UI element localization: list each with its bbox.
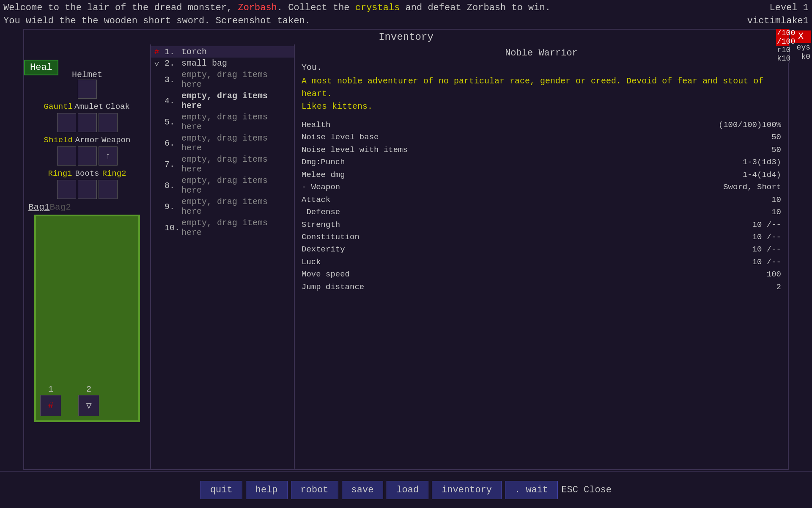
armor-slot[interactable] [78,146,97,166]
quit-button[interactable]: quit [200,481,242,499]
ring1-slot[interactable] [57,180,76,199]
item4-num: 4. [165,96,181,106]
bag1-label: 1 [48,384,53,394]
item3-name: empty, drag items here [181,70,291,89]
load-button[interactable]: load [387,481,428,499]
stat-health-val: (100/100)100% [719,119,781,131]
boots-slot[interactable] [78,180,97,199]
monster-name: Zorbash [238,3,277,13]
item2-name: small bag [181,58,227,68]
character-stats: Health (100/100)100% Noise level base 50… [302,119,781,293]
stat-health: Health (100/100)100% [302,119,781,131]
bag-area[interactable]: 1 # 2 ▽ [34,215,140,422]
equipment-panel: Heal Helmet Gauntl Amulet Cloak Shield A… [24,44,151,469]
gac-slots [28,113,146,132]
character-info-panel: Noble Warrior You. A most noble adventur… [295,44,788,469]
stat-health-name: Health [302,119,330,131]
k0-label: k0 [790,52,811,61]
cloak-slot[interactable] [99,113,118,132]
saw-slots: ↑ [28,146,146,166]
message-area: Welcome to the lair of the dread monster… [3,2,716,28]
ring2-label: Ring2 [102,169,127,178]
hp-bar-1: /100 [776,29,789,37]
stat-attack-name: Attack [302,194,330,206]
robot-button[interactable]: robot [291,481,338,499]
item-row-7[interactable]: 7. empty, drag items here [151,154,294,175]
shield-slot[interactable] [57,146,76,166]
bag2-tab[interactable]: Bag2 [49,202,71,212]
help-button[interactable]: help [246,481,288,499]
item-row-4[interactable]: 4. empty, drag items here [151,90,294,111]
character-you: You. [302,63,781,72]
save-button[interactable]: save [342,481,384,499]
esc-close-button[interactable]: ESC Close [561,485,612,495]
amulet-slot[interactable] [78,113,97,132]
gauntlet-slot[interactable] [57,113,76,132]
wait-button[interactable]: . wait [505,481,558,499]
ring1-label: Ring1 [47,169,73,178]
gac-labels: Gauntl Amulet Cloak [28,102,146,111]
stat-jump-distance-name: Jump distance [302,281,364,293]
stat-constitution-name: Constitution [302,231,359,243]
item2-icon: ▽ [154,59,165,68]
bag1-tab[interactable]: Bag1 [28,202,49,212]
item8-num: 8. [165,181,181,190]
bag-slot-1[interactable]: # [40,395,61,416]
hp-bars-panel: /100 /100 r10 k10 [776,29,789,63]
item8-name: empty, drag items here [181,176,291,195]
heal-button[interactable]: Heal [24,60,58,75]
inventory-title: Inventory [24,30,788,44]
item-row-5[interactable]: 5. empty, drag items here [151,111,294,133]
item-row-10[interactable]: 10. empty, drag items here [151,217,294,238]
stat-strength-val: 10 /-- [752,219,781,231]
k-val: k10 [776,54,789,63]
crystals-word: crystals [355,3,400,13]
item-row-1[interactable]: # 1. torch [151,46,294,58]
stat-melee-dmg-name: Melee dmg [302,169,345,181]
item10-name: empty, drag items here [181,218,291,237]
amulet-label: Amulet [74,102,103,111]
stat-dexterity-val: 10 /-- [752,243,781,256]
gauntlet-label: Gauntl [44,102,73,111]
stat-luck-val: 10 /-- [752,256,781,268]
stat-defense-name: Defense [302,206,340,218]
bag-slot-2[interactable]: ▽ [78,395,99,416]
character-title: Noble Warrior [302,48,781,58]
item-row-3[interactable]: 3. empty, drag items here [151,69,294,90]
item-row-8[interactable]: 8. empty, drag items here [151,175,294,196]
stat-noise-items-name: Noise level with items [302,144,408,156]
item9-num: 9. [165,202,181,212]
helmet-row [28,80,146,99]
item-row-6[interactable]: 6. empty, drag items here [151,133,294,154]
item9-name: empty, drag items here [181,197,291,216]
item1-icon: # [154,48,165,56]
weapon-arrow-icon: ↑ [105,151,110,161]
stat-dexterity: Dexterity 10 /-- [302,243,781,256]
item10-num: 10. [165,223,181,233]
inventory-panel: Inventory Heal Helmet Gauntl Amulet Cloa… [23,29,789,470]
stat-defense: Defense 10 [302,206,781,218]
rbr-slots [28,180,146,199]
item-row-2[interactable]: ▽ 2. small bag [151,58,294,69]
weapon-slot[interactable]: ↑ [99,146,118,166]
bag-slot-2-container: 2 ▽ [78,384,99,416]
item-row-9[interactable]: 9. empty, drag items here [151,196,294,217]
stat-melee-dmg-val: 1-4(1d4) [743,169,781,181]
item1-name: torch [181,47,207,57]
top-bar: Welcome to the lair of the dread monster… [0,0,812,30]
saw-labels: Shield Armor Weapon [28,135,146,145]
boots-label: Boots [74,169,100,178]
cloak-label: Cloak [105,102,130,111]
item4-name: empty, drag items here [181,91,291,110]
helmet-slot[interactable] [78,80,97,99]
bag-slot-1-container: 1 # [40,384,61,416]
stat-strength-name: Strength [302,219,340,231]
inventory-button[interactable]: inventory [432,481,502,499]
stat-noise-items: Noise level with items 50 [302,144,781,156]
ring2-slot[interactable] [99,180,118,199]
item7-name: empty, drag items here [181,155,291,174]
message-line1: Welcome to the lair of the dread monster… [3,2,716,15]
stat-luck: Luck 10 /-- [302,256,781,268]
item6-num: 6. [165,138,181,148]
bag2-icon: ▽ [86,400,91,411]
